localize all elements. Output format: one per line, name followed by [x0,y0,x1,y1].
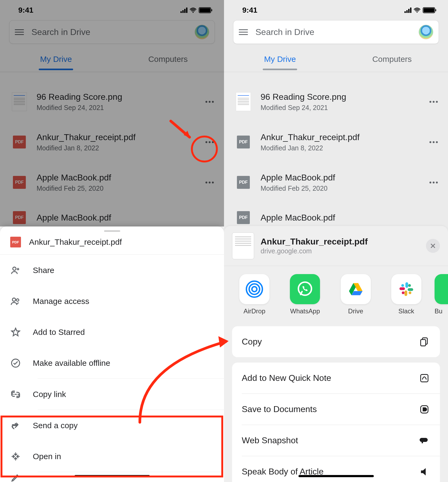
more-options-button[interactable] [428,96,439,107]
pdf-file-icon: PDF [236,134,251,150]
file-row[interactable]: PDF Apple MacBook.pdf [224,203,448,224]
share-actions-group: Add to New Quick Note Save to Documents … [232,363,440,482]
tabs: My Drive Computers [0,47,224,72]
file-row[interactable]: PDF Apple MacBook.pdf [0,203,224,224]
share-app-whatsapp[interactable]: WhatsApp [283,274,327,315]
sheet-title: Ankur_Thakur_receipt.pdf [29,238,122,247]
status-bar: 9:41 [224,0,448,20]
web-snapshot-icon [418,435,430,446]
action-label: Save to Documents [242,404,317,414]
action-label: Web Snapshot [242,435,298,445]
pdf-file-icon: PDF [236,210,251,224]
status-time: 9:41 [18,6,33,15]
menu-manage-access[interactable]: Manage access [0,286,224,317]
share-action-copy-group: Copy [232,326,440,357]
more-options-button[interactable] [428,137,439,147]
file-list: 96 Reading Score.png Modified Sep 24, 20… [0,72,224,224]
menu-label: Make available offline [33,359,110,368]
image-file-icon [12,94,27,109]
action-label: Add to New Quick Note [242,373,331,383]
menu-icon[interactable] [15,29,24,35]
file-row[interactable]: 96 Reading Score.png Modified Sep 24, 20… [224,81,448,122]
share-app-slack[interactable]: Slack [384,274,429,315]
tab-computers[interactable]: Computers [112,55,224,64]
sheet-header: PDF Ankur_Thakur_receipt.pdf [0,232,224,255]
menu-icon[interactable] [239,29,248,35]
more-options-button[interactable] [204,96,215,107]
action-save-documents[interactable]: Save to Documents [232,394,440,425]
file-row[interactable]: PDF Apple MacBook.pdf Modified Feb 25, 2… [224,162,448,203]
more-options-button[interactable] [428,177,439,188]
offline-check-icon [10,358,21,368]
close-button[interactable] [426,239,440,253]
search-placeholder: Search in Drive [255,27,411,37]
share-subtitle: drive.google.com [261,247,419,255]
menu-label: Add to Starred [33,328,85,337]
menu-share[interactable]: Share [0,255,224,286]
file-name: Apple MacBook.pdf [261,212,439,223]
tab-my-drive[interactable]: My Drive [0,55,112,64]
account-avatar[interactable] [195,25,209,39]
svg-rect-13 [399,287,405,290]
file-modified: Modified Sep 24, 2021 [261,104,418,112]
menu-label: Manage access [33,297,89,306]
file-list: 96 Reading Score.png Modified Sep 24, 20… [224,72,448,224]
speaker-icon [418,466,430,478]
cellular-icon [404,8,411,13]
documents-icon [418,403,430,415]
quick-note-icon [418,372,430,384]
svg-rect-11 [408,288,413,291]
svg-point-2 [12,298,16,301]
wifi-icon [414,8,421,13]
share-apps-row[interactable]: AirDrop WhatsApp Drive [224,266,448,315]
airdrop-icon [239,274,269,304]
menu-label: Share [33,266,54,275]
whatsapp-icon [290,274,320,304]
status-indicators [404,7,435,13]
svg-point-16 [402,292,404,294]
app-label: Bu [435,307,445,315]
account-avatar[interactable] [419,25,433,39]
share-app-drive[interactable]: Drive [333,274,378,315]
action-quick-note[interactable]: Add to New Quick Note [232,363,440,394]
svg-point-17 [401,284,404,287]
partial-app-icon [435,274,448,304]
more-options-button[interactable] [204,177,215,188]
search-bar[interactable]: Search in Drive [233,20,439,44]
pdf-file-icon: PDF [236,175,251,190]
slack-icon [391,274,421,304]
home-indicator[interactable] [298,475,374,477]
status-time: 9:41 [242,6,257,15]
people-icon [10,296,21,307]
file-modified: Modified Feb 25, 2020 [261,185,418,192]
svg-point-15 [408,292,411,294]
action-copy[interactable]: Copy [232,326,440,357]
tab-my-drive[interactable]: My Drive [224,55,336,64]
svg-point-6 [252,287,257,292]
file-row[interactable]: 96 Reading Score.png Modified Sep 24, 20… [0,81,224,122]
ios-share-sheet: Ankur_Thakur_receipt.pdf drive.google.co… [224,226,448,482]
share-app-airdrop[interactable]: AirDrop [232,274,277,315]
annotation-arrow [168,118,198,143]
svg-point-9 [298,282,312,295]
file-row[interactable]: PDF Apple MacBook.pdf Modified Feb 25, 2… [0,162,224,203]
annotation-curved-arrow [134,328,237,425]
copy-icon [418,336,430,348]
share-app-partial[interactable]: Bu [435,274,448,315]
share-header: Ankur_Thakur_receipt.pdf drive.google.co… [224,226,448,266]
menu-label: Copy link [33,390,66,399]
app-label: AirDrop [243,307,265,315]
file-modified: Modified Jan 8, 2022 [261,144,418,152]
action-speak-article[interactable]: Speak Body of Article [232,456,440,482]
action-web-snapshot[interactable]: Web Snapshot [232,425,440,456]
file-name: 96 Reading Score.png [261,92,418,102]
app-label: Drive [348,307,363,315]
link-icon [10,389,21,400]
svg-rect-19 [421,339,426,346]
tab-computers[interactable]: Computers [336,55,448,64]
svg-point-14 [408,284,411,287]
file-name: Ankur_Thakur_receipt.pdf [261,132,418,142]
file-name: Apple MacBook.pdf [37,212,215,223]
file-row[interactable]: PDF Ankur_Thakur_receipt.pdf Modified Ja… [224,122,448,162]
search-bar[interactable]: Search in Drive [9,20,215,44]
